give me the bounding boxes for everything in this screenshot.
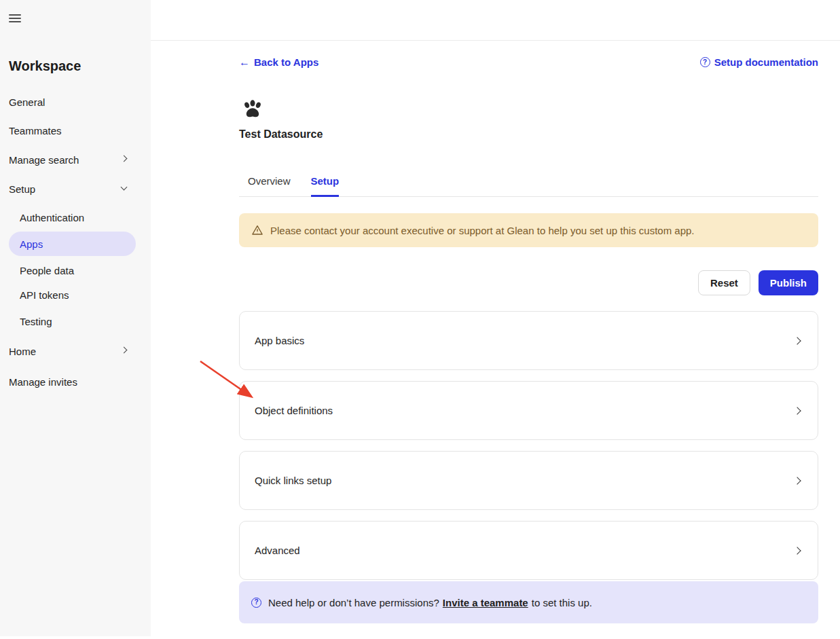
- sidebar-item-teammates[interactable]: Teammates: [9, 124, 62, 137]
- help-text: Need help or don’t have permissions?Invi…: [268, 597, 592, 608]
- invite-teammate-link[interactable]: Invite a teammate: [443, 597, 528, 608]
- chevron-right-icon: [793, 477, 801, 484]
- hamburger-menu-icon[interactable]: [9, 14, 21, 24]
- sidebar-item-home[interactable]: Home: [9, 344, 36, 358]
- publish-button[interactable]: Publish: [759, 270, 818, 295]
- section-quick-links-setup[interactable]: Quick links setup: [239, 451, 818, 510]
- section-advanced[interactable]: Advanced: [239, 521, 818, 580]
- tab-overview[interactable]: Overview: [248, 175, 291, 197]
- sidebar-item-label: Authentication: [20, 212, 84, 223]
- section-object-definitions[interactable]: Object definitions: [239, 381, 818, 440]
- sidebar-item-apps[interactable]: Apps: [9, 232, 136, 256]
- page-title: Test Datasource: [239, 128, 323, 141]
- chevron-right-icon: [121, 156, 128, 162]
- help-circle-icon: ?: [251, 598, 261, 608]
- sidebar-item-label: Apps: [20, 238, 43, 250]
- chevron-right-icon: [793, 407, 801, 414]
- sidebar-item-label: Home: [9, 346, 36, 357]
- back-arrow-icon: ←: [239, 57, 250, 68]
- help-banner: ? Need help or don’t have permissions?In…: [239, 581, 818, 623]
- sidebar-item-label: Testing: [20, 316, 52, 327]
- chevron-down-icon: [121, 184, 128, 191]
- doc-link-label: Setup documentation: [714, 56, 818, 68]
- chevron-right-icon: [793, 337, 801, 344]
- sidebar-item-authentication[interactable]: Authentication: [20, 211, 84, 224]
- paw-icon: [240, 98, 265, 121]
- section-label: Object definitions: [255, 405, 333, 416]
- tab-label: Overview: [248, 175, 291, 187]
- tab-bar: Overview Setup: [239, 175, 818, 197]
- main-content: ← Back to Apps ? Setup documentation Tes…: [239, 0, 818, 639]
- sidebar-item-testing[interactable]: Testing: [20, 314, 52, 328]
- back-link-label: Back to Apps: [254, 56, 318, 68]
- sidebar-item-label: API tokens: [20, 289, 69, 301]
- help-circle-icon: ?: [700, 57, 710, 67]
- help-text-after: to set this up.: [532, 597, 592, 608]
- sidebar-item-label: Manage search: [9, 154, 79, 166]
- sidebar-item-people-data[interactable]: People data: [20, 263, 74, 277]
- section-label: App basics: [255, 335, 304, 346]
- warning-triangle-icon: [251, 224, 263, 236]
- sidebar-item-manage-search[interactable]: Manage search: [9, 153, 79, 166]
- warning-text: Please contact your account executive or…: [270, 225, 695, 236]
- sidebar-item-general[interactable]: General: [9, 95, 45, 109]
- sidebar-item-label: General: [9, 96, 45, 108]
- sidebar-item-label: People data: [20, 265, 74, 276]
- chevron-right-icon: [121, 347, 128, 354]
- sidebar-item-manage-invites[interactable]: Manage invites: [9, 375, 77, 388]
- tab-label: Setup: [311, 175, 340, 187]
- chevron-right-icon: [793, 547, 801, 554]
- tab-setup[interactable]: Setup: [311, 175, 340, 197]
- sidebar: Workspace General Teammates Manage searc…: [0, 0, 151, 636]
- setup-documentation-link[interactable]: ? Setup documentation: [700, 56, 818, 68]
- warning-banner: Please contact your account executive or…: [239, 213, 818, 247]
- help-text-before: Need help or don’t have permissions?: [268, 597, 439, 608]
- section-label: Quick links setup: [255, 475, 331, 486]
- reset-button[interactable]: Reset: [698, 270, 750, 295]
- sidebar-item-api-tokens[interactable]: API tokens: [20, 288, 69, 302]
- back-to-apps-link[interactable]: ← Back to Apps: [239, 56, 318, 68]
- section-app-basics[interactable]: App basics: [239, 311, 818, 370]
- sidebar-item-setup[interactable]: Setup: [9, 182, 35, 196]
- sidebar-item-label: Teammates: [9, 125, 62, 136]
- action-buttons: Reset Publish: [239, 270, 818, 295]
- sidebar-item-label: Setup: [9, 183, 35, 195]
- sidebar-title: Workspace: [9, 58, 81, 74]
- section-label: Advanced: [255, 545, 300, 556]
- sidebar-item-label: Manage invites: [9, 376, 77, 388]
